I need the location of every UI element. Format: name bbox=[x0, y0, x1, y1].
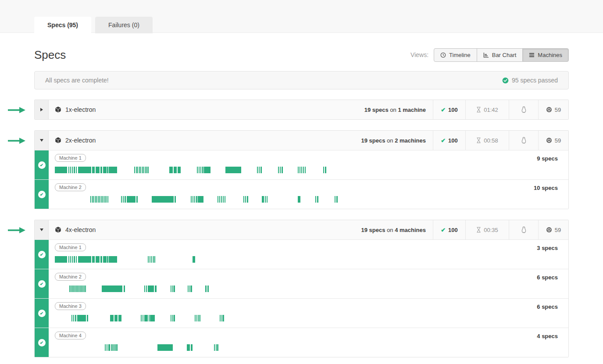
spec-bar[interactable] bbox=[223, 315, 224, 321]
spec-bar[interactable] bbox=[78, 285, 79, 292]
spec-bar[interactable] bbox=[200, 315, 200, 321]
spec-bar[interactable] bbox=[323, 167, 324, 173]
spec-bar[interactable] bbox=[141, 315, 142, 321]
spec-bar[interactable] bbox=[305, 167, 306, 173]
spec-bar[interactable] bbox=[174, 315, 175, 321]
spec-bar[interactable] bbox=[125, 196, 126, 203]
spec-bar[interactable] bbox=[115, 344, 116, 351]
spec-bar[interactable] bbox=[207, 285, 209, 292]
spec-bar[interactable] bbox=[111, 344, 112, 351]
spec-bar[interactable] bbox=[217, 344, 218, 351]
spec-bar[interactable] bbox=[245, 196, 246, 203]
spec-bar[interactable] bbox=[155, 285, 157, 292]
spec-bar[interactable] bbox=[148, 285, 154, 292]
spec-bar[interactable] bbox=[103, 256, 107, 263]
spec-bar[interactable] bbox=[92, 196, 93, 203]
spec-bar[interactable] bbox=[68, 256, 69, 263]
spec-bar[interactable] bbox=[146, 167, 147, 173]
spec-bar[interactable] bbox=[187, 344, 190, 351]
spec-bar[interactable] bbox=[139, 167, 140, 173]
spec-bar[interactable] bbox=[75, 315, 76, 321]
spec-bar[interactable] bbox=[84, 285, 85, 292]
spec-bar[interactable] bbox=[157, 344, 173, 351]
spec-bar[interactable] bbox=[71, 315, 72, 321]
spec-bar[interactable] bbox=[112, 344, 113, 351]
spec-bar[interactable] bbox=[145, 167, 146, 173]
spec-bar[interactable] bbox=[260, 167, 262, 173]
expand-toggle[interactable] bbox=[35, 131, 49, 150]
spec-bar[interactable] bbox=[134, 167, 135, 173]
spec-bar[interactable] bbox=[150, 315, 155, 321]
spec-bar[interactable] bbox=[178, 167, 181, 173]
spec-bar[interactable] bbox=[196, 315, 197, 321]
spec-bar[interactable] bbox=[336, 196, 338, 203]
spec-bar[interactable] bbox=[194, 196, 195, 203]
spec-bar[interactable] bbox=[325, 167, 326, 173]
spec-bar[interactable] bbox=[95, 196, 96, 203]
spec-bar[interactable] bbox=[73, 285, 74, 292]
spec-bar[interactable] bbox=[218, 196, 218, 203]
spec-bar[interactable] bbox=[148, 256, 149, 263]
spec-bar[interactable] bbox=[142, 167, 143, 173]
spec-bar[interactable] bbox=[191, 344, 193, 351]
spec-bar[interactable] bbox=[195, 315, 196, 321]
spec-bar[interactable] bbox=[282, 167, 283, 173]
tab-specs[interactable]: Specs (95) bbox=[34, 17, 91, 33]
spec-bar[interactable] bbox=[189, 285, 190, 292]
spec-bar[interactable] bbox=[146, 285, 147, 292]
spec-bar[interactable] bbox=[298, 196, 300, 203]
tab-failures[interactable]: Failures (0) bbox=[95, 17, 153, 33]
spec-bar[interactable] bbox=[193, 196, 193, 203]
spec-bar[interactable] bbox=[92, 167, 95, 173]
spec-bar[interactable] bbox=[144, 285, 145, 292]
spec-bar[interactable] bbox=[143, 315, 143, 321]
spec-bar[interactable] bbox=[85, 285, 86, 292]
spec-bar[interactable] bbox=[265, 196, 266, 203]
spec-bar[interactable] bbox=[174, 285, 175, 292]
machines-view-button[interactable]: Machines bbox=[522, 48, 569, 62]
spec-bar[interactable] bbox=[78, 167, 91, 173]
timeline-view-button[interactable]: Timeline bbox=[434, 48, 477, 62]
spec-bar[interactable] bbox=[175, 196, 176, 203]
spec-bar[interactable] bbox=[259, 167, 260, 173]
spec-bar[interactable] bbox=[174, 167, 177, 173]
expand-toggle[interactable] bbox=[35, 220, 49, 239]
expand-toggle[interactable] bbox=[35, 100, 49, 119]
spec-bar[interactable] bbox=[74, 256, 75, 263]
spec-bar[interactable] bbox=[214, 344, 215, 351]
spec-bar[interactable] bbox=[172, 285, 173, 292]
spec-bar[interactable] bbox=[82, 285, 83, 292]
spec-bar[interactable] bbox=[74, 167, 75, 173]
spec-bar[interactable] bbox=[106, 196, 107, 203]
spec-bar[interactable] bbox=[96, 256, 100, 263]
spec-bar[interactable] bbox=[196, 196, 197, 203]
spec-bar[interactable] bbox=[247, 196, 248, 203]
bar-chart-view-button[interactable]: Bar Chart bbox=[477, 48, 523, 62]
spec-bar[interactable] bbox=[225, 196, 225, 203]
spec-bar[interactable] bbox=[109, 256, 117, 263]
spec-bar[interactable] bbox=[153, 256, 154, 263]
spec-bar[interactable] bbox=[124, 285, 125, 292]
spec-bar[interactable] bbox=[107, 196, 108, 203]
spec-bar[interactable] bbox=[87, 315, 88, 321]
spec-bar[interactable] bbox=[103, 196, 103, 203]
spec-bar[interactable] bbox=[198, 315, 199, 321]
spec-bar[interactable] bbox=[143, 167, 144, 173]
spec-bar[interactable] bbox=[81, 285, 82, 292]
spec-bar[interactable] bbox=[68, 167, 69, 173]
spec-bar[interactable] bbox=[107, 167, 108, 173]
spec-bar[interactable] bbox=[92, 256, 95, 263]
spec-bar[interactable] bbox=[225, 167, 241, 173]
spec-bar[interactable] bbox=[69, 285, 70, 292]
spec-bar[interactable] bbox=[191, 285, 192, 292]
spec-bar[interactable] bbox=[198, 196, 203, 203]
spec-bar[interactable] bbox=[76, 167, 77, 173]
spec-bar[interactable] bbox=[70, 167, 71, 173]
spec-bar[interactable] bbox=[116, 344, 118, 351]
spec-bar[interactable] bbox=[136, 196, 138, 203]
spec-bar[interactable] bbox=[96, 196, 97, 203]
spec-bar[interactable] bbox=[101, 196, 102, 203]
spec-bar[interactable] bbox=[188, 285, 189, 292]
spec-bar[interactable] bbox=[127, 196, 136, 203]
spec-bar[interactable] bbox=[280, 167, 281, 173]
